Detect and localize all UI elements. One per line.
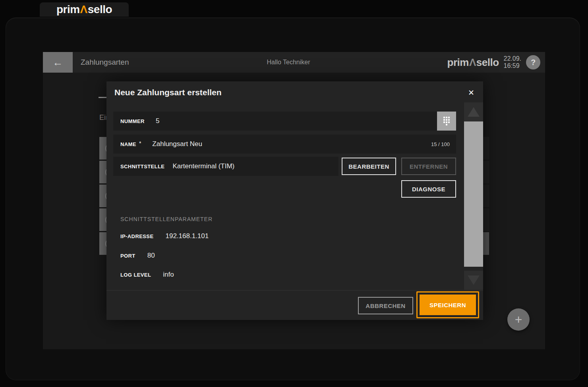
brand-lambda-icon: Λ (80, 3, 88, 15)
create-payment-type-modal: Neue Zahlungsart erstellen ✕ NUMMER 5 NA… (106, 81, 483, 320)
ip-label: IP-ADRESSE (120, 233, 153, 239)
nummer-value: 5 (156, 117, 159, 125)
nummer-field[interactable]: NUMMER 5 (113, 112, 456, 131)
loglevel-field[interactable]: LOG LEVEL info (120, 271, 174, 279)
back-arrow-icon: ← (53, 56, 63, 69)
loglevel-value: info (163, 271, 174, 279)
port-label: PORT (120, 253, 135, 259)
add-payment-type-fab[interactable]: + (507, 308, 530, 331)
header-brand-logo: primΛsello (447, 56, 499, 69)
params-section-label: SCHNITTSTELLENPARAMETER (120, 216, 213, 222)
diagnose-button[interactable]: DIAGNOSE (401, 180, 456, 198)
schnittstelle-label: SCHNITTSTELLE (113, 164, 164, 169)
keypad-icon (442, 116, 451, 127)
schnittstelle-field[interactable]: SCHNITTSTELLE Kartenterminal (TIM) (113, 157, 338, 176)
entfernen-button[interactable]: ENTFERNEN (401, 158, 456, 175)
brand-lambda-icon: Λ (469, 56, 476, 68)
user-greeting: Hallo Techniker (245, 59, 332, 66)
char-counter: 15 / 100 (431, 141, 456, 147)
triangle-up-icon (468, 107, 480, 117)
speichern-button-highlight[interactable]: SPEICHERN (416, 291, 479, 318)
port-field[interactable]: PORT 80 (120, 252, 155, 260)
datetime-display: 22.09. 16:59 (504, 55, 521, 69)
ip-field[interactable]: IP-ADRESSE 192.168.1.101 (120, 232, 209, 240)
brand-tab: primΛsello (40, 2, 129, 17)
brand-part1: prim (447, 56, 469, 68)
scroll-down-button[interactable] (464, 271, 483, 290)
speichern-button[interactable]: SPEICHERN (420, 295, 476, 315)
ip-value: 192.168.1.101 (165, 232, 209, 240)
close-icon: ✕ (468, 88, 474, 97)
modal-title: Neue Zahlungsart erstellen (114, 88, 222, 97)
modal-scrollbar[interactable] (464, 102, 483, 292)
schnittstelle-value: Kartenterminal (TIM) (172, 162, 234, 170)
header-right-group: primΛsello 22.09. 16:59 ? (447, 52, 540, 73)
name-field[interactable]: NAME * Zahlungsart Neu 15 / 100 (113, 135, 456, 154)
close-button[interactable]: ✕ (465, 86, 478, 99)
numpad-button[interactable] (437, 112, 456, 131)
plus-icon: + (515, 312, 522, 327)
nummer-label: NUMMER (113, 118, 145, 124)
back-button[interactable]: ← (43, 52, 73, 73)
help-button[interactable]: ? (526, 55, 540, 69)
brand-part1: prim (56, 3, 80, 15)
time-label: 16:59 (504, 62, 521, 69)
scrollbar-thumb[interactable] (464, 121, 483, 267)
page-title: Zahlungsarten (81, 58, 129, 67)
brand-logo: primΛsello (56, 3, 112, 16)
abbrechen-button[interactable]: ABBRECHEN (358, 297, 413, 314)
name-label: NAME (113, 141, 136, 147)
background-tab-underline (99, 97, 106, 98)
triangle-down-icon (468, 275, 480, 285)
name-value: Zahlungsart Neu (152, 140, 202, 148)
loglevel-label: LOG LEVEL (120, 272, 151, 278)
brand-part2: sello (476, 56, 499, 68)
header-bar: ← Zahlungsarten Hallo Techniker primΛsel… (43, 52, 545, 73)
port-value: 80 (147, 252, 155, 260)
modal-footer: ABBRECHEN SPEICHERN (106, 290, 483, 320)
bearbeiten-button[interactable]: BEARBEITEN (342, 158, 396, 175)
brand-part2: sello (88, 3, 112, 15)
question-mark-icon: ? (531, 58, 536, 67)
scroll-up-button[interactable] (464, 102, 483, 121)
required-asterisk: * (139, 140, 141, 146)
date-label: 22.09. (504, 55, 521, 62)
